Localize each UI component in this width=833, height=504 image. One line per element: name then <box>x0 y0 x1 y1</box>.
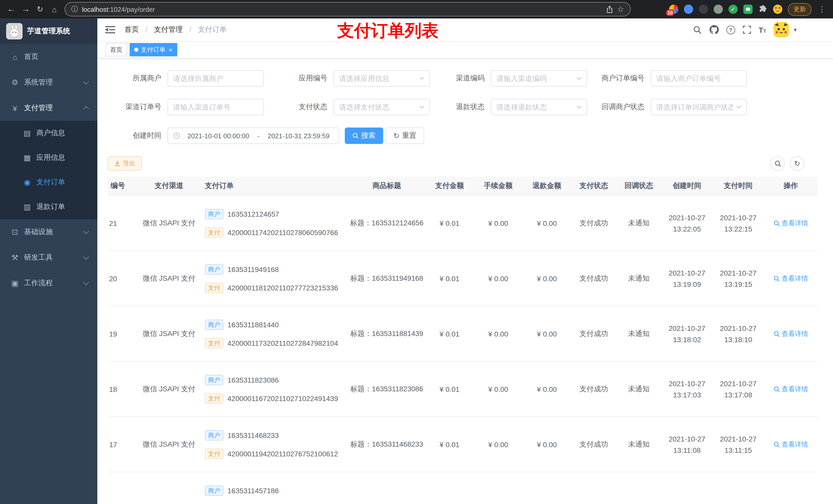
ext-check-icon[interactable]: ✓ <box>729 5 738 14</box>
pay-amount: ¥ 0.01 <box>425 274 474 283</box>
merchant-order-no: 1635311881440 <box>228 320 279 329</box>
navbar-actions: ? TT <box>693 22 825 38</box>
create-time: 2021-10-27 13:19:09 <box>661 267 713 290</box>
channel-order-no-input[interactable] <box>173 103 258 111</box>
ext-dark-icon[interactable] <box>699 5 708 14</box>
pay-time: 2021-10-27 13:22:15 <box>713 212 764 234</box>
app-logo[interactable]: 芋道管理系统 <box>0 19 97 44</box>
export-button[interactable]: 导出 <box>108 156 142 171</box>
sidebar-item-pay[interactable]: ¥ 支付管理 <box>0 95 97 121</box>
download-icon <box>114 160 120 166</box>
address-bar[interactable]: ⓘ localhost:1024/pay/order ☆ <box>65 2 630 16</box>
browser-home-icon[interactable]: ⌂ <box>47 2 62 16</box>
refund-amount: ¥ 0.00 <box>523 385 571 393</box>
breadcrumb-home[interactable]: 首页 <box>124 25 139 33</box>
fee-amount: ¥ 0.00 <box>474 330 523 338</box>
sidebar-item-infra[interactable]: ⊡ 基础设施 <box>0 219 97 245</box>
orders-table: 编号 支付渠道 支付订单 商品标题 支付金额 手续金额 退款金额 支付状态 回调… <box>108 177 818 504</box>
sidebar-item-app-info[interactable]: ▦ 应用信息 <box>0 145 97 170</box>
browser-update-button[interactable]: 更新 <box>788 3 811 16</box>
pay-order-cell: 商户1635312124657 支付4200001174202110278060… <box>200 209 348 237</box>
avatar-caret-icon[interactable]: ▾ <box>794 26 796 33</box>
pay-channel: 微信 JSAPI 支付 <box>138 384 200 393</box>
clock-icon <box>173 132 180 139</box>
pay-time: 2021-10-27 13:11:15 <box>713 433 764 456</box>
pay-amount: ¥ 0.01 <box>425 385 474 393</box>
notify-status-select[interactable] <box>651 99 747 115</box>
browser-forward-icon[interactable]: → <box>19 2 33 16</box>
refund-amount: ¥ 0.00 <box>523 440 571 449</box>
product-title: 标题：1635311881439 <box>348 329 425 338</box>
sidebar-item-dev-tools[interactable]: ⚒ 研发工具 <box>0 245 97 270</box>
tag-home[interactable]: 首页 <box>105 43 127 56</box>
sidebar-item-pay-order[interactable]: ◉ 支付订单 <box>0 170 97 195</box>
share-icon[interactable] <box>606 5 613 13</box>
tag-pay-order[interactable]: 支付订单 × <box>129 43 177 56</box>
fullscreen-icon[interactable] <box>743 26 751 34</box>
merchant-input[interactable] <box>173 74 258 82</box>
help-icon[interactable]: ? <box>727 25 735 34</box>
breadcrumb-pay[interactable]: 支付管理 <box>154 25 183 33</box>
merchant-order-no: 1635311949168 <box>228 265 279 273</box>
table-header-row: 编号 支付渠道 支付订单 商品标题 支付金额 手续金额 退款金额 支付状态 回调… <box>108 177 818 196</box>
sidebar-item-system[interactable]: ⚙ 系统管理 <box>0 70 97 95</box>
channel-order-no: 4200001167202110271022491439 <box>228 394 338 402</box>
notify-status: 未通知 <box>616 384 661 393</box>
browser-menu-icon[interactable]: ⋮ <box>817 5 827 14</box>
app-title: 芋道管理系统 <box>27 27 70 36</box>
sidebar-item-workflow[interactable]: ▣ 工作流程 <box>0 270 97 296</box>
sidebar-item-refund-order[interactable]: ▥ 退款订单 <box>0 195 97 219</box>
pay-status: 支付成功 <box>571 384 616 393</box>
sidebar-item-merchant-info[interactable]: ▤ 商户信息 <box>0 121 97 145</box>
view-detail-link[interactable]: 查看详情 <box>773 440 808 449</box>
view-detail-link[interactable]: 查看详情 <box>773 384 808 393</box>
date-range-picker[interactable]: 2021-10-01 00:00:00 - 2021-10-31 23:59:5… <box>168 127 339 144</box>
sidebar-item-home[interactable]: ⌂ 首页 <box>0 44 97 70</box>
channel-code-select[interactable] <box>491 70 587 87</box>
tag-close-icon[interactable]: × <box>169 46 172 53</box>
fee-amount: ¥ 0.00 <box>474 274 523 283</box>
merchant-order-no: 1635311457186 <box>228 486 279 495</box>
bookmark-star-icon[interactable]: ☆ <box>617 5 624 14</box>
top-navbar: 首页 / 支付管理 / 支付订单 <box>97 19 833 41</box>
create-time: 2021-10-27 13:18:02 <box>661 322 713 345</box>
refresh-icon: ↻ <box>394 131 399 140</box>
pay-status: 支付成功 <box>571 329 616 338</box>
channel-code-label: 渠道编码 <box>423 74 491 83</box>
refresh-button[interactable]: ↻ <box>790 156 804 171</box>
table-row: 20 微信 JSAPI 支付 商户1635311949168 支付4200001… <box>108 251 818 306</box>
pay-order-cell: 商户1635311949168 支付4200001181202110277723… <box>200 264 348 293</box>
pay-status-select[interactable] <box>334 99 430 115</box>
chevron-down-icon <box>83 79 89 85</box>
app-no-select[interactable] <box>334 70 430 87</box>
hamburger-icon[interactable] <box>105 26 115 34</box>
ext-colorful-icon[interactable]: 10 <box>669 5 678 14</box>
search-icon[interactable] <box>693 25 702 34</box>
merchant-order-no-input[interactable] <box>656 74 741 82</box>
site-info-icon[interactable]: ⓘ <box>71 5 78 14</box>
view-detail-link[interactable]: 查看详情 <box>773 329 808 338</box>
toggle-search-button[interactable] <box>770 156 785 171</box>
ext-blue-icon[interactable] <box>684 5 693 14</box>
reset-button[interactable]: ↻ 重置 <box>386 127 424 144</box>
view-detail-link[interactable]: 查看详情 <box>773 218 808 228</box>
browser-back-icon[interactable]: ← <box>4 2 19 16</box>
search-button[interactable]: 搜索 <box>345 127 383 144</box>
chevron-up-icon <box>83 106 89 112</box>
font-size-icon[interactable]: TT <box>759 25 766 34</box>
ext-green-square-icon[interactable] <box>743 5 753 14</box>
ext-sage-icon[interactable] <box>714 5 723 14</box>
product-title: 标题：1635311823086 <box>348 384 425 393</box>
notify-status: 未通知 <box>616 274 661 283</box>
ext-smiley-icon[interactable] <box>773 5 782 14</box>
browser-reload-icon[interactable]: ↻ <box>33 2 47 16</box>
refund-status-label: 退款状态 <box>423 102 491 112</box>
github-icon[interactable] <box>710 25 719 34</box>
view-detail-link[interactable]: 查看详情 <box>773 274 808 283</box>
chevron-down-icon <box>83 228 89 234</box>
refund-status-select[interactable] <box>491 99 587 115</box>
table-row: 商户1635311457186 支付 <box>108 472 818 504</box>
annotation-title: 支付订单列表 <box>337 22 438 40</box>
avatar[interactable] <box>774 22 789 38</box>
extensions-puzzle-icon[interactable] <box>758 5 767 14</box>
